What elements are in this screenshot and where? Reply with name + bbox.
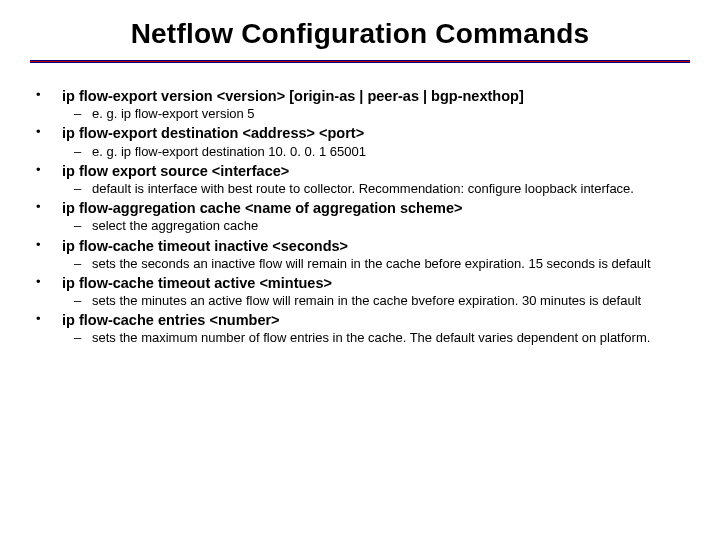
list-item: • ip flow-cache timeout active <mintues>… (34, 274, 690, 309)
command-text: ip flow-aggregation cache <name of aggre… (62, 199, 690, 217)
list-item: • ip flow export source <interface> – de… (34, 162, 690, 197)
list-item: • ip flow-export destination <address> <… (34, 124, 690, 159)
sub-text: sets the maximum number of flow entries … (92, 330, 690, 346)
sub-text: sets the seconds an inactive flow will r… (92, 256, 690, 272)
bullet-dot: • (34, 162, 62, 178)
bullet-dot: • (34, 199, 62, 215)
sub-dash: – (74, 256, 92, 272)
bullet-list: • ip flow-export version <version> [orig… (30, 87, 690, 347)
sub-dash: – (74, 293, 92, 309)
sub-dash: – (74, 106, 92, 122)
list-item: • ip flow-export version <version> [orig… (34, 87, 690, 122)
list-item: • ip flow-cache timeout inactive <second… (34, 237, 690, 272)
bullet-dot: • (34, 274, 62, 290)
sub-text: select the aggregation cache (92, 218, 690, 234)
bullet-dot: • (34, 237, 62, 253)
sub-dash: – (74, 218, 92, 234)
slide-title: Netflow Configuration Commands (30, 18, 690, 50)
command-text: ip flow-cache entries <number> (62, 311, 690, 329)
command-text: ip flow-export version <version> [origin… (62, 87, 690, 105)
sub-dash: – (74, 330, 92, 346)
bullet-dot: • (34, 124, 62, 140)
list-item: • ip flow-aggregation cache <name of agg… (34, 199, 690, 234)
bullet-dot: • (34, 311, 62, 327)
sub-dash: – (74, 144, 92, 160)
title-rule (30, 60, 690, 63)
command-text: ip flow-cache timeout active <mintues> (62, 274, 690, 292)
list-item: • ip flow-cache entries <number> – sets … (34, 311, 690, 346)
command-text: ip flow-cache timeout inactive <seconds> (62, 237, 690, 255)
bullet-dot: • (34, 87, 62, 103)
sub-text: e. g. ip flow-export destination 10. 0. … (92, 144, 690, 160)
sub-text: e. g. ip flow-export version 5 (92, 106, 690, 122)
command-text: ip flow-export destination <address> <po… (62, 124, 690, 142)
command-text: ip flow export source <interface> (62, 162, 690, 180)
sub-text: sets the minutes an active flow will rem… (92, 293, 690, 309)
sub-dash: – (74, 181, 92, 197)
sub-text: default is interface with best route to … (92, 181, 690, 197)
